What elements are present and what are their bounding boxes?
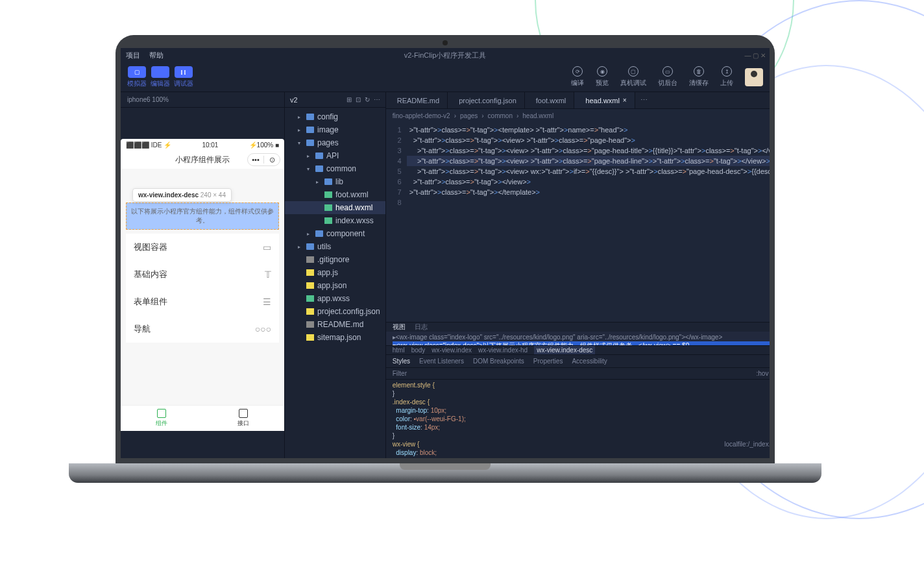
explorer-action[interactable]: ⊡ [356, 96, 361, 103]
tree-item-lib[interactable]: ▸lib [285, 175, 385, 188]
sim-menu-item[interactable]: 导航○○○ [126, 315, 279, 343]
toolbar-btn-清缓存[interactable]: 🗑清缓存 [689, 66, 709, 88]
tree-item-head.wxml[interactable]: head.wxml [285, 201, 385, 214]
window-title: v2-FinClip小程序开发工具 [404, 51, 487, 60]
laptop-frame: 项目 帮助 v2-FinClip小程序开发工具 — ▢ ✕ ▢模拟器编辑器⫿⫿调… [101, 35, 789, 502]
styles-tab-Properties[interactable]: Properties [533, 358, 563, 365]
css-rule[interactable]: wx-view {localfile:/_index.css:2 [393, 440, 770, 448]
css-raw: } [393, 432, 770, 440]
highlighted-element[interactable]: 以下将展示小程序官方组件能力，组件样式仅供参考。 [126, 202, 279, 230]
styles-tab-DOM Breakpoints[interactable]: DOM Breakpoints [473, 358, 524, 365]
sim-menu-item[interactable]: 视图容器▭ [126, 234, 279, 261]
explorer-action[interactable]: ⋯ [374, 96, 380, 103]
breadcrumb-seg[interactable]: fino-applet-demo-v2 [393, 112, 450, 119]
dom-crumb[interactable]: wx-view.index-desc [534, 346, 595, 354]
css-decl[interactable]: font-size: 14px; [393, 423, 770, 432]
phone-tab-接口[interactable]: 接口 [202, 406, 284, 431]
tree-item-config[interactable]: ▸config [285, 110, 385, 123]
tree-item-common[interactable]: ▾common [285, 162, 385, 175]
css-decl[interactable]: margin-top: 10px; [393, 406, 770, 415]
capsule[interactable]: •••⊙ [247, 153, 280, 166]
status-right: ⚡100% ■ [249, 141, 279, 149]
tree-item-README.md[interactable]: README.md [285, 318, 385, 331]
tree-item-project.config.json[interactable]: project.config.json [285, 305, 385, 318]
tree-item-foot.wxml[interactable]: foot.wxml [285, 188, 385, 201]
devtools-tab-log[interactable]: 日志 [415, 323, 428, 332]
code-line[interactable]: >"t-attr">>class>=>"t-tag">></view>> [407, 177, 770, 187]
styles-tab-Styles[interactable]: Styles [393, 358, 410, 365]
editor-tab-README.md[interactable]: README.md [386, 92, 448, 108]
ide-window: 项目 帮助 v2-FinClip小程序开发工具 — ▢ ✕ ▢模拟器编辑器⫿⫿调… [121, 48, 770, 458]
mode-btn-2[interactable]: ⫿⫿调试器 [174, 66, 193, 88]
breadcrumb-seg[interactable]: head.wxml [522, 112, 553, 119]
code-line[interactable]: >"t-attr">>class>=>"t-tag">><template> >… [407, 125, 770, 135]
css-decl[interactable]: color: ▪var(--weui-FG-1); [393, 415, 770, 423]
tree-item-index.wxss[interactable]: index.wxss [285, 214, 385, 227]
tree-item-image[interactable]: ▸image [285, 123, 385, 136]
css-rule[interactable]: .index-desc {</span></div> [393, 398, 770, 406]
editor-tab-project.config.json[interactable]: project.config.json [448, 92, 525, 108]
nav-title: 小程序组件展示 [175, 154, 230, 165]
editor-area: README.mdproject.config.jsonfoot.wxmlhea… [386, 92, 770, 458]
tree-item-app.json[interactable]: app.json [285, 279, 385, 292]
explorer-root[interactable]: v2 [290, 96, 298, 104]
dom-crumb[interactable]: wx-view.index-hd [478, 347, 528, 354]
css-rule[interactable]: element.style { [393, 381, 770, 389]
tree-item-app.js[interactable]: app.js [285, 266, 385, 279]
status-time: 10:01 [202, 141, 218, 149]
code-line[interactable]: >"t-attr">>class>=>"t-tag">><view> >"t-a… [407, 135, 770, 145]
menu-help[interactable]: 帮助 [149, 51, 164, 60]
avatar[interactable] [745, 68, 763, 86]
css-raw: } [393, 389, 770, 398]
styles-tab-Event Listeners[interactable]: Event Listeners [419, 358, 464, 365]
breadcrumb-seg[interactable]: pages [460, 112, 478, 119]
sim-menu-item[interactable]: 表单组件☰ [126, 288, 279, 315]
dom-crumb[interactable]: body [411, 347, 426, 354]
styles-filter[interactable]: Filter [393, 370, 407, 377]
inspect-tooltip: wx-view.index-desc 240 × 44 [132, 188, 232, 202]
toolbar-btn-切后台[interactable]: ▭切后台 [658, 66, 677, 88]
file-explorer: v2 ⊞⊡↻⋯ ▸config▸image▾pages▸API▾common▸l… [284, 92, 386, 458]
editor-tab-foot.wxml[interactable]: foot.wxml [525, 92, 574, 108]
tree-item-component[interactable]: ▸component [285, 227, 385, 240]
tree-item-.gitignore[interactable]: .gitignore [285, 253, 385, 266]
styles-filter-opts[interactable]: :hov .cls + [756, 370, 770, 377]
toolbar-btn-编译[interactable]: ⟳编译 [571, 66, 584, 88]
explorer-action[interactable]: ⊞ [346, 96, 352, 103]
tree-item-pages[interactable]: ▾pages [285, 136, 385, 149]
menu-project[interactable]: 项目 [126, 51, 140, 60]
css-decl[interactable]: display: block; [393, 448, 770, 457]
toolbar-btn-真机调试[interactable]: ▢真机调试 [620, 66, 646, 88]
tree-item-sitemap.json[interactable]: sitemap.json [285, 331, 385, 344]
code-line[interactable]: >"t-attr">>class>=>"t-tag">><view> wx:>"… [407, 166, 770, 177]
menubar: 项目 帮助 v2-FinClip小程序开发工具 — ▢ ✕ [121, 48, 770, 62]
dom-crumb[interactable]: html [393, 347, 405, 354]
breadcrumb-seg[interactable]: common [488, 112, 513, 119]
window-controls[interactable]: — ▢ ✕ [744, 52, 766, 59]
tree-item-API[interactable]: ▸API [285, 149, 385, 162]
toolbar-btn-预览[interactable]: ◉预览 [596, 66, 609, 88]
tabs-more-icon[interactable]: ⋯ [635, 96, 653, 104]
tree-item-app.wxss[interactable]: app.wxss [285, 292, 385, 305]
dom-node[interactable]: ▸<wx-image class="index-logo" src="../re… [393, 333, 770, 341]
devtools-tab-view[interactable]: 视图 [393, 323, 406, 332]
devtools: 视图 日志 ▸<wx-image class="index-logo" src=… [386, 322, 770, 458]
explorer-action[interactable]: ↻ [365, 96, 370, 103]
dom-crumb[interactable]: wx-view.index [432, 347, 472, 354]
toolbar-btn-上传[interactable]: ↥上传 [720, 66, 733, 88]
sim-menu-item[interactable]: 基础内容𝕋 [126, 261, 279, 288]
styles-tab-Accessibility[interactable]: Accessibility [572, 358, 607, 365]
mode-btn-0[interactable]: ▢模拟器 [127, 66, 147, 88]
code-line[interactable]: >"t-attr">>class>=>"t-tag">><view> >"t-a… [407, 156, 770, 166]
code-line[interactable]: >"t-attr">>class>=>"t-tag">></template>> [407, 187, 770, 197]
editor-tab-head.wxml[interactable]: head.wxml× [574, 92, 635, 108]
simulator-device-label[interactable]: iphone6 100% [121, 92, 284, 108]
toolbar: ▢模拟器编辑器⫿⫿调试器 ⟳编译◉预览▢真机调试▭切后台🗑清缓存↥上传 [121, 62, 770, 92]
simulator-panel: iphone6 100% ⬛⬛⬛ IDE ⚡ 10:01 ⚡100% ■ 小程序… [121, 92, 284, 458]
phone-preview: ⬛⬛⬛ IDE ⚡ 10:01 ⚡100% ■ 小程序组件展示 •••⊙ wx-… [121, 139, 284, 431]
close-icon[interactable]: × [623, 97, 627, 104]
phone-tab-组件[interactable]: 组件 [121, 406, 202, 431]
tree-item-utils[interactable]: ▸utils [285, 240, 385, 253]
mode-btn-1[interactable]: 编辑器 [151, 66, 170, 88]
code-line[interactable]: >"t-attr">>class>=>"t-tag">><view> >"t-a… [407, 145, 770, 156]
